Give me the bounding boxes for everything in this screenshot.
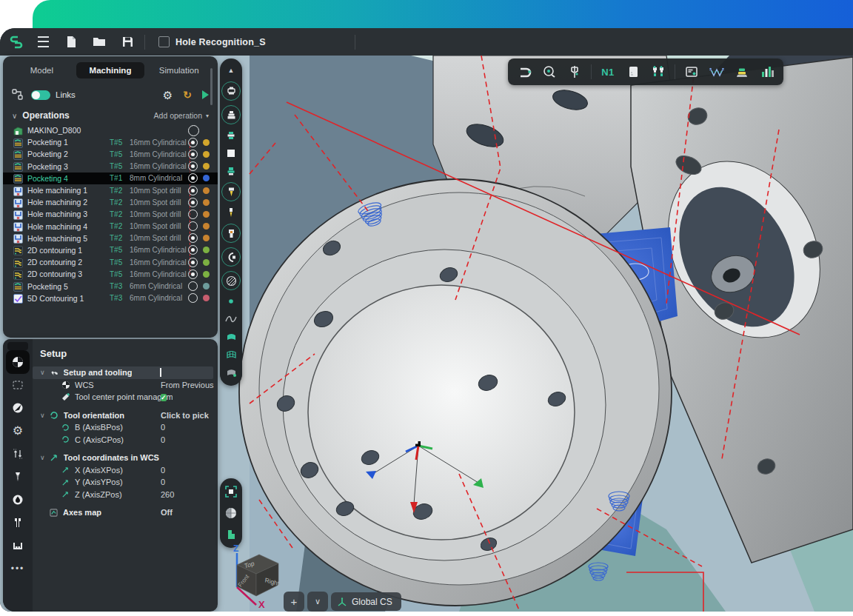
axis-x-row[interactable]: X (AxisXPos) 0 — [33, 464, 218, 477]
operation-row[interactable]: Pocketing 1 T#5 16mm Cylindrical — [3, 136, 218, 148]
operation-row[interactable]: 2D contouring 3 T#5 16mm Cylindrical — [3, 268, 218, 280]
rotary-icon[interactable] — [224, 250, 238, 264]
operation-status-radio[interactable] — [188, 281, 198, 291]
setup-and-tooling-section[interactable]: ∨ Setup and tooling — [33, 366, 213, 379]
operation-status-radio[interactable] — [188, 258, 198, 267]
operation-row[interactable]: MAKINO_D800 — [3, 124, 218, 136]
shank-icon[interactable] — [224, 206, 238, 219]
surface-icon[interactable] — [224, 330, 238, 344]
wcs-icon[interactable] — [6, 350, 30, 374]
chevron-down-icon[interactable]: ∨ — [40, 412, 45, 419]
caliper-icon[interactable] — [566, 64, 583, 80]
stock-icon[interactable] — [221, 105, 241, 124]
toolpath-icon[interactable] — [708, 64, 726, 80]
fixture-icon[interactable] — [224, 164, 238, 178]
mesh-icon[interactable] — [224, 348, 238, 361]
compass-icon[interactable] — [11, 401, 24, 415]
operation-status-radio[interactable] — [188, 233, 198, 243]
wcs-row[interactable]: WCS From Previous — [33, 379, 218, 392]
machine-icon[interactable] — [221, 81, 241, 101]
control-panel-icon[interactable] — [683, 64, 700, 80]
measure-icon[interactable] — [541, 64, 558, 80]
axis-c-row[interactable]: C (AxisCPos) 0 — [33, 434, 218, 446]
operation-row[interactable]: Hole machining 1 T#2 10mm Spot drill — [3, 184, 218, 196]
operation-status-radio[interactable] — [188, 150, 198, 159]
operation-row[interactable]: Pocketing 5 T#3 6mm Cylindrical — [3, 280, 218, 292]
workpiece-icon[interactable] — [224, 147, 238, 160]
operation-status-radio[interactable] — [188, 173, 198, 183]
holder-block-icon[interactable] — [11, 516, 24, 529]
axis-b-row[interactable]: B (AxisBPos) 0 — [33, 421, 218, 434]
coolant-icon[interactable] — [11, 493, 24, 506]
recalculate-icon[interactable]: ↻ — [183, 90, 192, 100]
operation-status-radio[interactable] — [188, 270, 198, 279]
holder-icon[interactable] — [224, 227, 238, 240]
operation-status-radio[interactable] — [188, 161, 198, 171]
hatch-icon[interactable] — [224, 274, 238, 287]
operation-row[interactable]: Pocketing 4 T#1 8mm Cylindrical — [3, 173, 218, 184]
axis-x-value[interactable]: 0 — [161, 466, 165, 475]
links-toggle[interactable] — [31, 90, 50, 100]
operation-row[interactable]: 5D Contouring 1 T#3 6mm Cylindrical — [3, 292, 218, 304]
axis-c-value[interactable]: 0 — [161, 435, 165, 444]
selection-icon[interactable] — [11, 378, 24, 392]
machine-icon[interactable] — [224, 84, 238, 98]
rotary-icon[interactable] — [221, 247, 241, 267]
new-project-button[interactable] — [60, 33, 82, 52]
collapse-chevron[interactable]: ▲ — [224, 64, 238, 77]
tab-machining[interactable]: Machining — [76, 62, 145, 78]
add-view-button[interactable]: + — [284, 592, 304, 612]
main-menu-button[interactable] — [32, 33, 54, 52]
global-cs-button[interactable]: Global CS — [331, 592, 401, 611]
operation-status-radio[interactable] — [188, 210, 198, 219]
solid-icon[interactable] — [224, 366, 238, 379]
operation-row[interactable]: Pocketing 3 T#5 16mm Cylindrical — [3, 161, 218, 173]
operation-status-radio[interactable] — [188, 125, 199, 136]
gear-icon[interactable]: ⚙ — [163, 90, 173, 101]
run-icon[interactable] — [202, 90, 209, 99]
tool-coordinates-section[interactable]: ∨ Tool coordinates in WCS — [33, 452, 218, 464]
axes-map-value[interactable]: Off — [161, 508, 173, 517]
operation-status-radio[interactable] — [188, 293, 198, 303]
operation-row[interactable]: 2D contouring 1 T#5 16mm Cylindrical — [3, 244, 218, 256]
operations-scrollbar[interactable] — [210, 68, 213, 105]
operation-row[interactable]: Hole machining 4 T#2 10mm Spot drill — [3, 221, 218, 232]
workpiece-icon[interactable] — [624, 64, 642, 80]
app-logo[interactable] — [7, 33, 26, 51]
view-cube[interactable]: Z X Top Front Right — [224, 544, 283, 609]
part-icon[interactable] — [224, 129, 238, 142]
stock-icon[interactable] — [224, 108, 238, 121]
save-project-button[interactable] — [116, 33, 138, 52]
axis-y-row[interactable]: Y (AxisYPos) 0 — [33, 476, 218, 489]
operation-status-radio[interactable] — [188, 198, 198, 207]
layers-icon[interactable] — [733, 64, 751, 80]
chevron-down-icon[interactable]: ∨ — [40, 369, 45, 376]
tcp-checkbox[interactable]: ✓ — [161, 394, 167, 401]
axes-map-row[interactable]: Axes map Off — [33, 506, 218, 519]
drill-icon[interactable] — [11, 470, 24, 483]
tool-icon[interactable] — [224, 185, 238, 198]
holder-icon[interactable] — [221, 224, 241, 243]
add-operation-dropdown-icon[interactable]: ▾ — [206, 113, 209, 119]
axis-z-value[interactable]: 260 — [161, 490, 174, 499]
operation-row[interactable]: Hole machining 2 T#2 10mm Spot drill — [3, 196, 218, 208]
tab-simulation[interactable]: Simulation — [144, 62, 213, 78]
curve-icon[interactable] — [224, 312, 238, 326]
orbit-sphere-icon[interactable] — [224, 506, 238, 520]
collapse-bar-button[interactable]: ∨ — [307, 592, 328, 612]
operation-row[interactable]: Hole machining 3 T#2 10mm Spot drill — [3, 208, 218, 220]
point-icon[interactable] — [224, 295, 238, 308]
clamp-icon[interactable] — [11, 539, 24, 552]
chevron-down-icon[interactable]: ∨ — [40, 454, 45, 461]
fit-view-icon[interactable] — [224, 484, 238, 499]
holders-icon[interactable] — [649, 64, 667, 80]
axis-y-value[interactable]: 0 — [161, 478, 165, 486]
axis-b-value[interactable]: 0 — [161, 423, 165, 432]
operation-status-radio[interactable] — [188, 245, 198, 255]
operation-row[interactable]: Hole machining 5 T#2 10mm Spot drill — [3, 232, 218, 244]
magnet-icon[interactable] — [515, 64, 533, 80]
tool-center-point-row[interactable]: Tool center point management ✓ — [33, 391, 218, 404]
operation-row[interactable]: Pocketing 2 T#5 16mm Cylindrical — [3, 148, 218, 160]
gear-icon[interactable]: ⚙ — [11, 424, 24, 438]
tab-model[interactable]: Model — [7, 62, 76, 78]
